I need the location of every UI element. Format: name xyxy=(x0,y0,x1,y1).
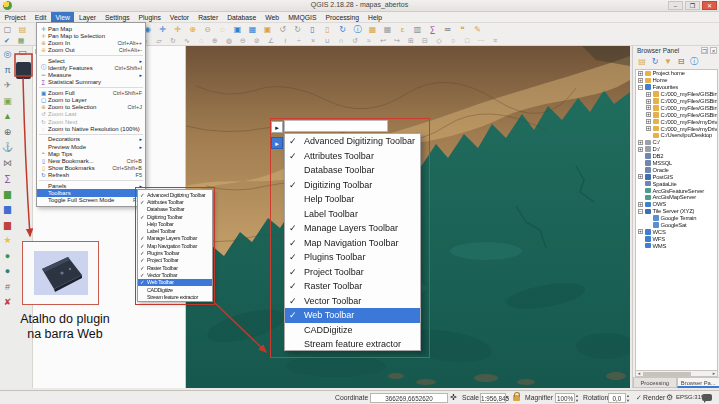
view-menu-item-preview-mode[interactable]: Preview Mode▸ xyxy=(37,143,145,150)
tree-item-postgis[interactable]: +PostGIS xyxy=(636,173,717,180)
view-menu-item-zoom-last[interactable]: ↺Zoom Last xyxy=(37,111,145,118)
toolbar-toggle-label-toolbar[interactable]: Label Toolbar xyxy=(138,227,212,234)
toolbar-toggle-plugins-toolbar[interactable]: ✓Plugins Toolbar xyxy=(285,250,420,265)
view-menu-item-show-bookmarks[interactable]: ▯Show BookmarksCtrl+Shift+B xyxy=(37,165,145,172)
expand-icon[interactable]: + xyxy=(646,126,651,131)
refresh-icon[interactable]: ↻ xyxy=(335,24,350,35)
toolbar-toggle-map-navigation-toolbar[interactable]: ✓Map Navigation Toolbar xyxy=(285,236,420,251)
options-icon[interactable]: ≡ xyxy=(488,35,502,46)
expand-icon[interactable]: + xyxy=(646,112,651,117)
zoom-full-icon[interactable]: ▣ xyxy=(230,24,245,35)
view-menu-item-zoom-to-native-resolution-100[interactable]: ◌Zoom to Native Resolution (100%) xyxy=(37,125,145,132)
refresh-icon[interactable]: ↻ xyxy=(650,57,660,67)
menu-layer[interactable]: Layer xyxy=(74,12,100,23)
show-bookmarks-icon[interactable]: ▯ xyxy=(320,24,335,35)
topology-icon[interactable]: ⋈ xyxy=(1,157,14,169)
zoom-next-icon[interactable]: ↻ xyxy=(290,24,305,35)
tree-item-d[interactable]: +D:/ xyxy=(636,146,717,153)
tree-item-c-000-myfiles-gisbin-proma[interactable]: +C:/000_myFiles/GISBin/proma xyxy=(636,111,717,118)
chart-red-icon[interactable]: ▆ xyxy=(1,219,14,231)
view-menu-item-statistical-summary[interactable]: ∑Statistical Summary xyxy=(37,79,145,86)
menu-view[interactable]: View xyxy=(51,12,75,23)
toolbar-toggle-stream-feature-extractor[interactable]: Stream feature extractor xyxy=(285,337,420,352)
toolbar-toggle-digitizing-toolbar[interactable]: ✓Digitizing Toolbar xyxy=(285,178,420,193)
toolbar-toggle-caddigitize[interactable]: CADDigitize xyxy=(285,323,420,338)
view-menu-item-zoom-in[interactable]: ⊕Zoom InCtrl+Alt++ xyxy=(37,39,145,46)
menu-plugins[interactable]: Plugins xyxy=(134,12,165,23)
deselect-icon[interactable]: ▦ xyxy=(380,24,395,35)
chart-blue-icon[interactable]: ▆ xyxy=(1,203,14,215)
toolbar-toggle-label-toolbar[interactable]: Label Toolbar xyxy=(285,207,420,222)
tree-item-ows[interactable]: +OWS xyxy=(636,201,717,208)
toolbar-toggle-vector-toolbar[interactable]: ✓Vector Toolbar xyxy=(285,294,420,309)
simplify-feature-icon[interactable]: ∿ xyxy=(180,35,194,46)
lock-scale-icon[interactable] xyxy=(513,395,520,401)
tree-item-wms[interactable]: WMS xyxy=(636,242,717,249)
view-menu-item-pan-map[interactable]: ✛Pan Map xyxy=(37,25,145,32)
current-edits-icon[interactable]: ✔ xyxy=(0,35,14,46)
toolbar-toggle-help-toolbar[interactable]: Help Toolbar xyxy=(138,220,212,227)
expand-icon[interactable]: + xyxy=(646,99,651,104)
plugin-shortcut-button[interactable] xyxy=(16,62,31,79)
tree-item-spatialite[interactable]: SpatiaLite xyxy=(636,180,717,187)
collapse-icon[interactable]: − xyxy=(638,209,643,214)
node-tool-icon[interactable]: ◇ xyxy=(432,35,446,46)
filter-browser-icon[interactable]: ▼ xyxy=(663,57,673,67)
expand-icon[interactable]: + xyxy=(646,92,651,97)
anchor-icon[interactable]: ⚓ xyxy=(1,141,14,153)
fill-ring-icon[interactable]: ◍ xyxy=(222,35,236,46)
tab-browser-panel[interactable]: Browser Pa... xyxy=(677,377,719,388)
mouse-tracking-icon[interactable]: ✜ xyxy=(450,393,457,402)
view-menu-item-new-bookmark[interactable]: ▯New Bookmark...Ctrl+B xyxy=(37,157,145,164)
pan-selection-icon[interactable]: ✛ xyxy=(170,24,185,35)
tree-item-c-000-myfiles-gisbin-gdal[interactable]: +C:/000_myFiles/GISBin/GDAL xyxy=(636,91,717,98)
toolbar-toggle-help-toolbar[interactable]: Help Toolbar xyxy=(285,192,420,207)
view-menu-item-zoom-to-layer[interactable]: ▢Zoom to Layer xyxy=(37,96,145,103)
undo-icon[interactable]: ↩ xyxy=(376,35,390,46)
gps-icon[interactable]: ◎ xyxy=(1,48,14,60)
tree-item-wcs[interactable]: +WCS xyxy=(636,228,717,235)
zoom-native-icon[interactable]: ◌ xyxy=(215,24,230,35)
raster-image-icon[interactable]: ▣ xyxy=(1,95,14,107)
pan-map-icon[interactable]: ✛ xyxy=(155,24,170,35)
tree-item-oracle[interactable]: Oracle xyxy=(636,166,717,173)
delete-part-icon[interactable]: ⊘ xyxy=(250,35,264,46)
toolbar-toggle-vector-toolbar[interactable]: ✓Vector Toolbar xyxy=(138,271,212,278)
tree-item-c-users-ipu-desktop[interactable]: C:/Users/ipu/Desktop xyxy=(636,132,717,139)
close-panel-icon[interactable]: ✕ xyxy=(710,47,717,54)
menu-web[interactable]: Web xyxy=(261,12,284,23)
collapse-icon[interactable]: ⊟ xyxy=(418,35,432,46)
close-button[interactable]: ✕ xyxy=(702,1,717,10)
sigma-icon[interactable]: ∑ xyxy=(1,172,14,184)
menu-mmqgis[interactable]: MMQGIS xyxy=(284,12,321,23)
view-menu-item-toolbars[interactable]: Toolbars▸ xyxy=(37,189,145,196)
collapse-all-icon[interactable]: ⊟ xyxy=(676,57,686,67)
tree-item-mssql[interactable]: MSSQL xyxy=(636,160,717,167)
add-ring-icon[interactable]: ◌ xyxy=(194,35,208,46)
zoom-to-layer-icon[interactable]: ▦ xyxy=(245,24,260,35)
minimize-button[interactable]: – xyxy=(668,1,683,10)
toolbar-toggle-web-toolbar[interactable]: ✓Web Toolbar xyxy=(285,308,420,323)
save-edits-icon[interactable]: ▱ xyxy=(152,35,166,46)
view-menu-item-refresh[interactable]: ↻RefreshF5 xyxy=(37,172,145,179)
browser-horizontal-scrollbar[interactable]: ◂ ▸ xyxy=(635,370,718,377)
tree-item-wfs[interactable]: WFS xyxy=(636,235,717,242)
collapse-icon[interactable]: − xyxy=(638,85,643,90)
scale-dropdown-icon[interactable]: ▾ xyxy=(506,393,509,402)
expand-icon[interactable]: + xyxy=(638,78,643,83)
open-project-icon[interactable]: ▤ xyxy=(15,24,30,35)
toolbar-toggle-attributes-toolbar[interactable]: ✓Attributes Toolbar xyxy=(285,149,420,164)
view-menu-item-toggle-full-screen-mode[interactable]: Toggle Full Screen ModeF11 xyxy=(37,197,145,204)
measure-icon[interactable]: ═ xyxy=(440,24,455,35)
tree-item-c-000-myfiles-mydrive-cute[interactable]: +C:/000_myFiles/myDrive/Cute xyxy=(636,125,717,132)
expand-icon[interactable]: + xyxy=(638,229,643,234)
toolbar-toggle-digitizing-toolbar[interactable]: ✓Digitizing Toolbar xyxy=(138,213,212,220)
select-features-icon[interactable]: ▦ xyxy=(365,24,380,35)
tab-processing-toolbox[interactable]: Processing Tool... xyxy=(633,377,677,388)
expand-icon[interactable]: + xyxy=(646,105,651,110)
float-panel-icon[interactable]: ❐ xyxy=(701,47,708,54)
scroll-right-icon[interactable]: ▸ xyxy=(711,371,717,376)
redo-icon[interactable]: ↪ xyxy=(390,35,404,46)
new-project-icon[interactable]: ▢ xyxy=(0,24,15,35)
toolbar-toggle-advanced-digitizing-toolbar[interactable]: ✓Advanced Digitizing Toolbar xyxy=(285,134,420,149)
